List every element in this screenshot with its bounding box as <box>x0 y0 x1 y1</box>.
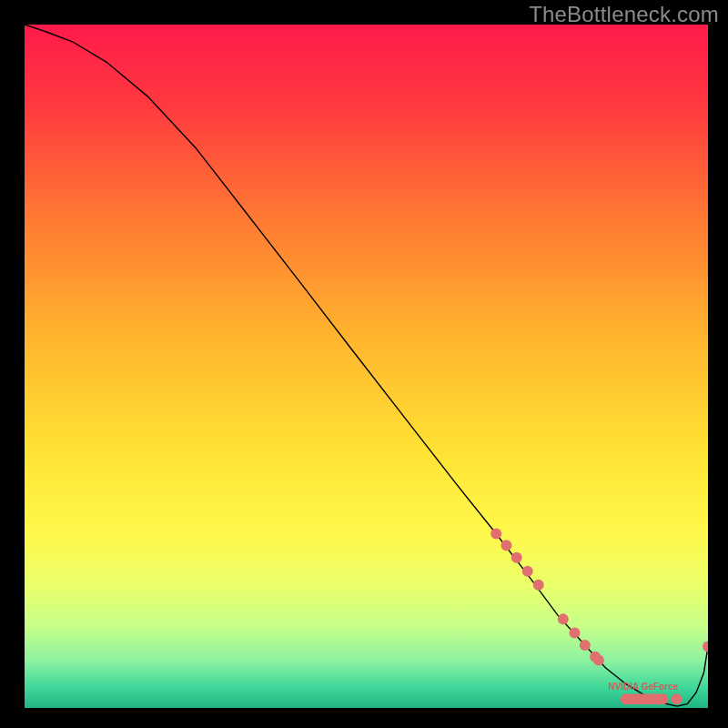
chart-marker <box>522 566 533 577</box>
marker-label: NVIDIA GeForce <box>608 682 678 692</box>
chart-marker <box>511 552 522 563</box>
watermark-text: TheBottleneck.com <box>529 2 719 27</box>
chart-marker <box>657 693 668 704</box>
chart-marker <box>558 613 569 624</box>
chart-frame: TheBottleneck.com NVIDIA GeForce <box>0 0 728 728</box>
chart-svg: NVIDIA GeForce <box>25 25 708 708</box>
chart-marker <box>490 529 501 540</box>
chart-marker <box>580 640 591 651</box>
chart-background <box>25 25 708 708</box>
chart-marker <box>671 693 682 704</box>
chart-marker <box>593 654 604 665</box>
chart-plot-area: NVIDIA GeForce <box>25 25 708 708</box>
chart-marker <box>570 627 581 638</box>
chart-marker <box>533 580 544 591</box>
chart-marker <box>500 540 511 551</box>
